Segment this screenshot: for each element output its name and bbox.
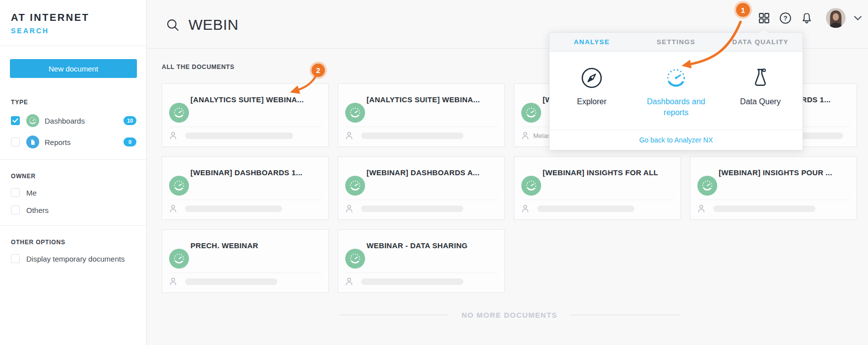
- document-owner: [521, 205, 634, 213]
- tab-data-quality[interactable]: DATA QUALITY: [718, 33, 803, 51]
- person-icon: [345, 132, 353, 140]
- filter-others-label: Others: [26, 206, 136, 214]
- owner-name-redacted: [713, 206, 815, 212]
- tab-analyse[interactable]: ANALYSE: [550, 33, 634, 51]
- owner-name-redacted: [361, 206, 463, 212]
- app-item-dashboards-reports[interactable]: Dashboards and reports: [634, 65, 718, 118]
- filter-reports-row: Reports 0: [0, 136, 146, 148]
- divider-line: [340, 315, 449, 315]
- tab-settings[interactable]: SETTINGS: [634, 33, 718, 51]
- document-owner: [345, 205, 463, 213]
- card-divider: [169, 273, 321, 273]
- type-section-label: TYPE: [0, 99, 146, 106]
- document-title: [WEBINAR] DASHBOARDS 1...: [190, 168, 303, 177]
- dashboard-gauge-icon: [521, 103, 541, 123]
- apps-menu-panel: ANALYSE SETTINGS DATA QUALITY Explorer D…: [549, 32, 803, 150]
- app-item-explorer[interactable]: Explorer: [550, 65, 634, 118]
- dashboards-checkbox[interactable]: [11, 116, 20, 125]
- dashboard-gauge-icon: [169, 176, 189, 196]
- annotation-step-2-badge: 2: [311, 64, 325, 77]
- search-icon: [166, 18, 180, 32]
- chevron-down-icon[interactable]: [854, 15, 862, 21]
- card-divider: [345, 273, 497, 273]
- temporary-documents-checkbox[interactable]: [11, 254, 20, 263]
- document-card[interactable]: [WEBINAR] INSIGHTS POUR ...: [690, 156, 857, 220]
- filter-me-label: Me: [26, 189, 136, 197]
- document-card[interactable]: [ANALYTICS SUITE] WEBINA...: [162, 83, 329, 147]
- document-card[interactable]: [WEBINAR] INSIGHTS FOR ALL: [514, 156, 681, 220]
- document-card[interactable]: [ANALYTICS SUITE] WEBINA...: [338, 83, 505, 147]
- owner-name-redacted: [185, 133, 293, 139]
- other-options-section-label: OTHER OPTIONS: [0, 239, 146, 246]
- app-item-data-query[interactable]: Data Query: [718, 65, 803, 118]
- app-item-label: Dashboards and reports: [637, 96, 715, 118]
- app-logo: AT INTERNET SEARCH: [0, 0, 146, 35]
- owner-section-label: OWNER: [0, 173, 146, 180]
- card-divider: [697, 200, 850, 200]
- checkmark-icon: [12, 118, 18, 123]
- dashboard-gauge-icon: [345, 103, 365, 123]
- filter-others-row: Others: [0, 206, 146, 214]
- sidebar-divider: [0, 46, 146, 46]
- dashboard-gauge-icon: [26, 114, 39, 127]
- person-icon: [521, 205, 529, 213]
- card-divider: [345, 127, 497, 127]
- dashboard-gauge-icon: [345, 249, 365, 269]
- card-divider: [169, 127, 321, 127]
- apps-grid-icon[interactable]: [758, 12, 770, 24]
- go-back-analyzer-link[interactable]: Go back to Analyzer NX: [639, 136, 713, 144]
- new-document-button[interactable]: New document: [10, 59, 137, 78]
- sidebar: AT INTERNET SEARCH New document TYPE Das…: [0, 0, 147, 345]
- owner-name-redacted: [185, 278, 277, 285]
- document-card[interactable]: PRECH. WEBINAR: [162, 229, 329, 293]
- document-owner: [169, 132, 293, 140]
- app-item-label: Data Query: [722, 96, 799, 107]
- filter-temporary-label: Display temporary documents: [26, 255, 136, 263]
- filter-dashboards-row: Dashboards 10: [0, 114, 146, 127]
- owner-name-redacted: [361, 133, 463, 139]
- dashboard-gauge-icon: [521, 176, 541, 196]
- logo-product: SEARCH: [11, 27, 135, 35]
- document-title: WEBINAR - DATA SHARING: [367, 241, 468, 250]
- owner-name-redacted: [361, 278, 463, 285]
- no-more-documents-label: NO MORE DOCUMENTS: [462, 311, 558, 319]
- reports-count-badge: 0: [124, 138, 136, 146]
- document-title: [WEBINAR] DASHBOARDS A...: [367, 168, 480, 177]
- document-owner: [169, 277, 277, 286]
- document-card[interactable]: [WEBINAR] DASHBOARDS A...: [338, 156, 505, 220]
- annotation-step-1-badge: 1: [736, 3, 750, 17]
- person-icon: [169, 205, 177, 213]
- document-card[interactable]: WEBINAR - DATA SHARING: [338, 229, 505, 293]
- filter-dashboards-label: Dashboards: [45, 117, 124, 125]
- speedometer-icon: [665, 65, 687, 91]
- notifications-bell-icon[interactable]: [801, 12, 813, 24]
- card-divider: [345, 200, 497, 200]
- apps-panel-items: Explorer Dashboards and reports Data Que…: [550, 52, 803, 130]
- person-icon: [345, 277, 353, 286]
- person-icon: [345, 205, 353, 213]
- compass-icon: [580, 65, 603, 91]
- reports-checkbox[interactable]: [11, 138, 20, 146]
- filter-reports-label: Reports: [45, 138, 124, 146]
- report-document-icon: [26, 136, 39, 148]
- document-title: [WEBINAR] INSIGHTS FOR ALL: [543, 168, 658, 177]
- filter-temporary-row: Display temporary documents: [0, 254, 146, 263]
- user-avatar[interactable]: [826, 8, 846, 28]
- dashboard-gauge-icon: [169, 249, 189, 269]
- document-title: [WEBINAR] INSIGHTS POUR ...: [719, 168, 832, 177]
- owner-me-checkbox[interactable]: [11, 188, 20, 197]
- apps-panel-footer: Go back to Analyzer NX: [550, 130, 803, 150]
- person-icon: [169, 277, 177, 286]
- sidebar-divider: [0, 225, 146, 226]
- search-bar: [166, 16, 397, 33]
- owner-others-checkbox[interactable]: [11, 206, 20, 214]
- document-title: PRECH. WEBINAR: [190, 241, 258, 250]
- help-icon[interactable]: ?: [779, 12, 792, 24]
- card-divider: [521, 200, 674, 200]
- document-owner: [345, 277, 463, 286]
- document-title: [ANALYTICS SUITE] WEBINA...: [367, 95, 480, 104]
- document-card[interactable]: [WEBINAR] DASHBOARDS 1...: [162, 156, 329, 220]
- search-input[interactable]: [188, 16, 397, 33]
- divider-line: [570, 315, 679, 315]
- sidebar-divider: [0, 159, 146, 160]
